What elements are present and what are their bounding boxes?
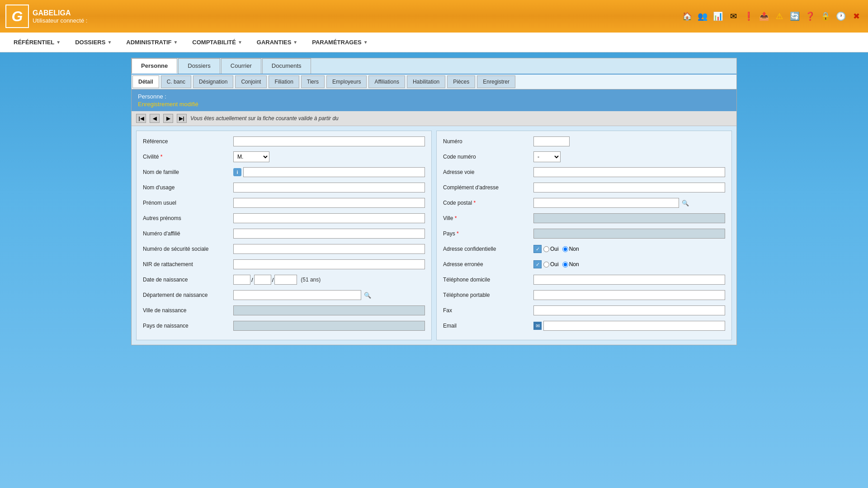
nav-administratif[interactable]: ADMINISTRATIF ▼ [120,35,184,49]
lock-icon[interactable]: 🔒 [819,10,832,23]
tab-tiers[interactable]: Tiers [301,75,325,88]
input-fax[interactable] [533,305,725,315]
input-tel-portable[interactable] [533,290,725,300]
date-sep1: / [251,277,253,283]
input-numero-affilie[interactable] [233,229,425,239]
users-icon[interactable]: 👥 [696,10,709,23]
input-adresse-voie[interactable] [533,167,725,177]
nav-garanties[interactable]: GARANTIES ▼ [250,35,304,49]
close-icon[interactable]: ✖ [850,10,863,23]
input-nir[interactable] [233,259,425,269]
tab-conjoint[interactable]: Conjoint [235,75,267,88]
clock-icon[interactable]: 🕐 [835,10,847,23]
row-tel-portable: Téléphone portable [443,289,725,301]
select-civilite[interactable]: M. Mme Mlle [233,151,269,162]
user-label: Utilisateur connecté : [33,17,87,24]
nav-garanties-arrow: ▼ [293,40,297,45]
row-adresse-confidentielle: Adresse confidentielle ✓ Oui Non [443,243,725,255]
header-icons: 🏠 👥 📊 ✉ ❗ 📤 ⚠ 🔄 ❓ 🔒 🕐 ✖ [681,10,863,23]
nav-bar-text: Vous êtes actuellement sur la fiche cour… [190,115,339,122]
tab-habilitation[interactable]: Habilitation [407,75,445,88]
select-code-numero[interactable]: - bis ter [533,151,561,162]
input-code-postal[interactable] [533,198,679,208]
input-prenom-usuel[interactable] [233,198,425,208]
label-ville-naissance: Ville de naissance [143,307,233,314]
row-ville: Ville * [443,212,725,224]
nav-first-button[interactable]: |◀ [136,114,146,123]
nav-dossiers[interactable]: DOSSIERS ▼ [69,35,118,49]
form-right-col: Numéro Code numéro - bis ter Adresse voi… [436,131,732,340]
nav-dossiers-label: DOSSIERS [75,39,105,46]
date-sep2: / [272,277,274,283]
row-code-numero: Code numéro - bis ter [443,151,725,163]
radio-confidentielle-oui[interactable]: Oui [543,246,559,252]
input-tel-domicile[interactable] [533,275,725,285]
search-dep-naissance-button[interactable]: 🔍 [363,291,372,300]
row-numero: Numéro [443,136,725,147]
tab-pieces[interactable]: Pièces [447,75,475,88]
input-complement-adresse[interactable] [533,183,725,192]
tab-cbanc[interactable]: C. banc [161,75,191,88]
nav-next-button[interactable]: ▶ [163,114,173,123]
row-adresse-voie: Adresse voie [443,166,725,178]
primary-tabs: Personne Dossiers Courrier Documents [132,58,736,75]
navbar: RÉFÉRENTIEL ▼ DOSSIERS ▼ ADMINISTRATIF ▼… [0,33,868,52]
tab-filiation[interactable]: Filiation [269,75,299,88]
mail-icon[interactable]: ✉ [727,10,740,23]
help-icon[interactable]: ❓ [804,10,816,23]
confidential-icon[interactable]: ✓ [533,245,542,253]
input-numero[interactable] [533,136,570,146]
label-nom-famille: Nom de famille [143,169,233,175]
erronee-icon[interactable]: ✓ [533,260,542,268]
input-email[interactable] [543,321,725,331]
modified-label: Enregistrement modifié [138,101,730,108]
input-dob-day[interactable] [233,275,250,285]
radio-confidentielle-non[interactable]: Non [562,246,579,252]
input-dob-month[interactable] [254,275,271,285]
input-dob-year[interactable] [274,275,297,285]
nav-comptabilite[interactable]: COMPTABILITÉ ▼ [186,35,248,49]
home-icon[interactable]: 🏠 [681,10,693,23]
tab-personne[interactable]: Personne [132,58,177,74]
tab-detail[interactable]: Détail [132,75,159,88]
nav-comptabilite-arrow: ▼ [238,40,242,45]
input-nom-usage[interactable] [233,183,425,192]
tab-affiliations[interactable]: Affiliations [368,75,405,88]
label-code-postal: Code postal * [443,200,533,206]
row-nir: NIR de rattachement [143,258,425,270]
nav-parametrages[interactable]: PARAMÉTRAGES ▼ [306,35,374,49]
search-code-postal-button[interactable]: 🔍 [681,198,690,207]
input-autres-prenoms[interactable] [233,213,425,223]
input-nom-famille[interactable] [243,167,425,177]
info-icon-nom[interactable]: i [233,168,241,176]
row-date-naissance: Date de naissance / / (51 ans) [143,274,425,286]
nav-bar-record: |◀ ◀ ▶ ▶| Vous êtes actuellement sur la … [132,111,736,126]
tab-designation[interactable]: Désignation [193,75,233,88]
chart-icon[interactable]: 📊 [712,10,724,23]
header-left: G GABELIGA Utilisateur connecté : [5,5,87,28]
date-group-naissance: / / (51 ans) [233,275,321,285]
form-left-col: Référence Civilité * M. Mme Mlle Nom de … [136,131,432,340]
refresh-icon[interactable]: 🔄 [788,10,801,23]
row-nom-famille: Nom de famille i [143,166,425,178]
radio-erronee-non[interactable]: Non [562,261,579,267]
input-dep-naissance[interactable] [233,290,361,300]
tab-employeurs[interactable]: Employeurs [326,75,367,88]
alert-icon[interactable]: ❗ [742,10,755,23]
tab-enregistrer[interactable]: Enregistrer [477,75,515,88]
input-reference[interactable] [233,136,425,146]
warning-icon[interactable]: ⚠ [773,10,786,23]
tab-documents[interactable]: Documents [262,58,311,74]
export-icon[interactable]: 📤 [758,10,770,23]
input-nss[interactable] [233,244,425,254]
tab-dossiers[interactable]: Dossiers [178,58,220,74]
nav-referentiel[interactable]: RÉFÉRENTIEL ▼ [7,35,67,49]
radio-erronee-oui[interactable]: Oui [543,261,559,267]
tab-courrier[interactable]: Courrier [221,58,261,74]
row-code-postal: Code postal * 🔍 [443,197,725,209]
label-numero-affilie: Numéro d'affilié [143,230,233,237]
nav-last-button[interactable]: ▶| [177,114,187,123]
nav-prev-button[interactable]: ◀ [150,114,160,123]
email-icon[interactable]: ✉ [533,322,542,330]
app-name: GABELIGA [33,9,87,17]
